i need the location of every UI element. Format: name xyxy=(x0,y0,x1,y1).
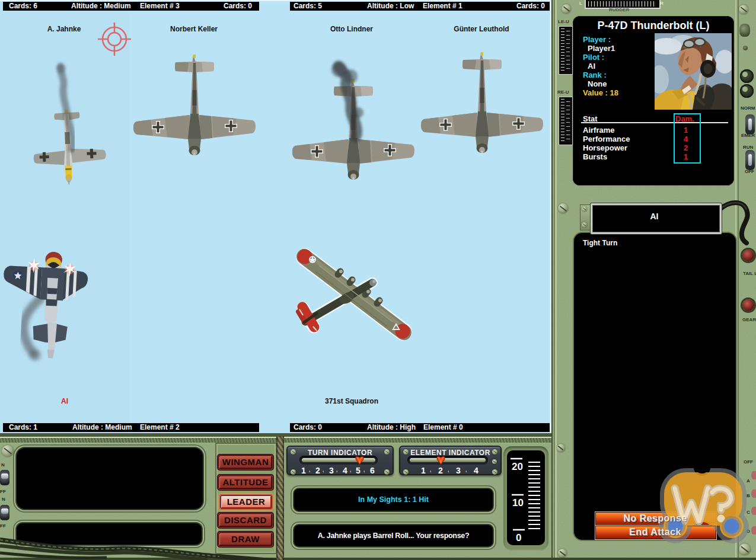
svg-text:0: 0 xyxy=(516,532,521,543)
svg-text:10: 10 xyxy=(512,497,524,508)
svg-text:20: 20 xyxy=(512,461,523,472)
